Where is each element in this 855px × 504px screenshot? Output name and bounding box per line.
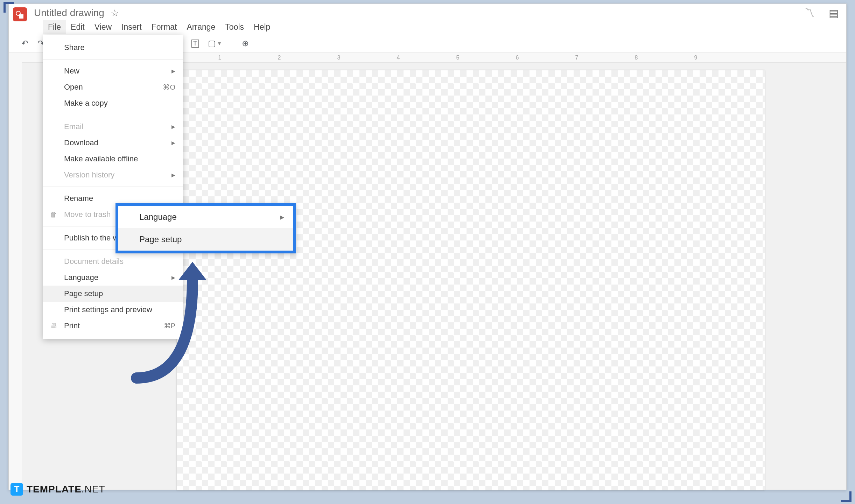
header-bar: Untitled drawing ☆ 〽 ▤ — [9, 4, 846, 20]
ruler-mark: 4 — [369, 55, 428, 61]
menu-insert[interactable]: Insert — [117, 20, 147, 34]
menu-print[interactable]: 🖶Print⌘P — [43, 318, 183, 334]
submenu-arrow-icon: ▶ — [171, 275, 175, 280]
submenu-arrow-icon: ▶ — [171, 172, 175, 178]
callout-highlight: Language▶ Page setup — [115, 203, 296, 253]
menubar: File Edit View Insert Format Arrange Too… — [9, 20, 846, 34]
menu-open[interactable]: Open⌘O — [43, 79, 183, 95]
menu-arrange[interactable]: Arrange — [182, 20, 220, 34]
menu-version-history: Version history▶ — [43, 167, 183, 183]
star-icon[interactable]: ☆ — [111, 8, 119, 19]
menu-download[interactable]: Download▶ — [43, 135, 183, 151]
menu-edit[interactable]: Edit — [66, 20, 90, 34]
undo-button[interactable]: ↶ — [19, 37, 30, 50]
vertical-ruler — [9, 53, 22, 490]
print-icon: 🖶 — [50, 322, 57, 330]
more-button[interactable]: ⊕ — [240, 37, 251, 50]
menu-language[interactable]: Language▶ — [43, 270, 183, 286]
callout-language: Language▶ — [118, 206, 293, 228]
ruler-mark: 9 — [666, 55, 726, 61]
menu-page-setup[interactable]: Page setup — [43, 286, 183, 302]
watermark: T TEMPLATE.NET — [10, 483, 105, 496]
ruler-mark: 5 — [428, 55, 488, 61]
ruler-mark: 8 — [607, 55, 666, 61]
menu-help[interactable]: Help — [249, 20, 275, 34]
submenu-arrow-icon: ▶ — [171, 124, 175, 130]
menu-format[interactable]: Format — [147, 20, 182, 34]
menu-offline[interactable]: Make available offline — [43, 151, 183, 167]
drawing-canvas[interactable] — [177, 70, 765, 490]
watermark-badge-icon: T — [10, 483, 23, 496]
menu-new[interactable]: New▶ — [43, 63, 183, 79]
ruler-mark: 7 — [547, 55, 607, 61]
drawings-app-icon — [13, 7, 27, 21]
frame-corner-mark — [3, 2, 6, 13]
file-menu-dropdown: Share New▶ Open⌘O Make a copy Email▶ Dow… — [43, 35, 183, 339]
menu-doc-details: Document details — [43, 253, 183, 270]
image-button[interactable]: ▢▼ — [206, 37, 224, 50]
submenu-arrow-icon: ▶ — [171, 140, 175, 146]
ruler-mark: 6 — [488, 55, 547, 61]
submenu-arrow-icon: ▶ — [171, 68, 175, 74]
ruler-mark: 2 — [250, 55, 309, 61]
ruler-mark: 3 — [309, 55, 369, 61]
menu-tools[interactable]: Tools — [220, 20, 249, 34]
frame-corner-mark — [849, 491, 852, 502]
document-title[interactable]: Untitled drawing — [34, 7, 104, 19]
activity-icon[interactable]: 〽 — [804, 7, 815, 19]
menu-file[interactable]: File — [43, 20, 66, 34]
trash-icon: 🗑 — [50, 211, 57, 219]
menu-print-preview[interactable]: Print settings and preview — [43, 302, 183, 318]
submenu-arrow-icon: ▶ — [280, 214, 284, 220]
menu-share[interactable]: Share — [43, 40, 183, 56]
comments-icon[interactable]: ▤ — [829, 7, 839, 19]
shortcut-label: ⌘P — [164, 322, 175, 330]
menu-make-copy[interactable]: Make a copy — [43, 95, 183, 111]
watermark-text: TEMPLATE.NET — [27, 484, 105, 495]
callout-page-setup: Page setup — [118, 228, 293, 251]
textbox-button[interactable]: T — [189, 38, 201, 49]
ruler-mark: 1 — [190, 55, 250, 61]
menu-view[interactable]: View — [90, 20, 117, 34]
menu-email: Email▶ — [43, 119, 183, 135]
shortcut-label: ⌘O — [163, 83, 175, 91]
